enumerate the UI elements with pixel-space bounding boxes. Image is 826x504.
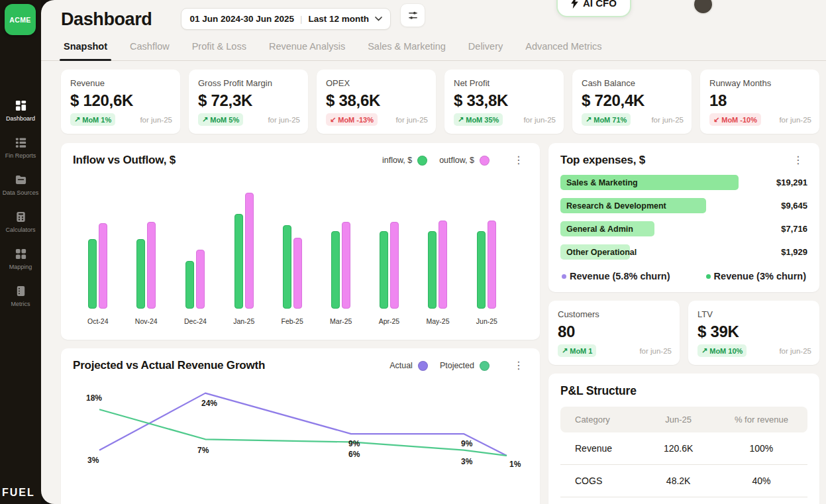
outflow-bar-feb-25 xyxy=(293,238,302,309)
inflow-bar-jan-25 xyxy=(234,214,243,309)
data-label-actual: 9% xyxy=(348,439,360,448)
outflow-bar-dec-24 xyxy=(196,250,205,309)
sidebar-item-metrics[interactable]: Metrics xyxy=(0,285,41,307)
outflow-bar-oct-24 xyxy=(99,223,107,309)
bar-pair xyxy=(234,192,254,309)
tab-sales-marketing[interactable]: Sales & Marketing xyxy=(366,41,447,60)
page-title: Dashboard xyxy=(61,9,152,30)
legend-item-projected: Ptojected xyxy=(440,361,490,371)
expense-bar: Research & Development xyxy=(560,198,706,213)
legend-item-actual: Actual xyxy=(389,361,428,371)
data-label-actual: 9% xyxy=(461,439,472,448)
chevron-down-icon xyxy=(375,17,382,21)
bar-pair xyxy=(428,192,447,309)
inflow-legend-dot xyxy=(417,156,427,166)
kpi-value: $ 38,6K xyxy=(326,91,428,110)
more-options-icon[interactable]: ⋮ xyxy=(509,360,528,372)
kpi-footer: ↗MoM 5%for jun-25 xyxy=(198,113,300,126)
mom-value: MoM 10% xyxy=(709,347,743,355)
x-axis-label: Nov-24 xyxy=(135,317,158,325)
period-label: for jun-25 xyxy=(779,116,811,124)
inflow-bar-mar-25 xyxy=(331,231,340,309)
sidebar-item-calculators[interactable]: Calculators xyxy=(0,211,41,233)
acme-logo[interactable]: ACME xyxy=(5,4,36,35)
kpi-card-customers: Customers80↗MoM 1for jun-25 xyxy=(548,301,680,365)
actual-legend-dot xyxy=(418,361,428,371)
churn-legend-item: Revenue (3% churn) xyxy=(706,271,806,281)
sidebar-item-data-sources[interactable]: Data Sources xyxy=(0,174,41,196)
mom-value: MoM 1 xyxy=(570,347,592,355)
kpi-label: Gross Profit Margin xyxy=(198,78,300,88)
sidebar-item-label: Fin Reports xyxy=(5,152,36,159)
bar-pair xyxy=(185,192,205,309)
arrow-up-right-icon: ↗ xyxy=(562,346,568,355)
mom-badge: ↗MoM 1 xyxy=(558,344,596,357)
more-options-icon[interactable]: ⋮ xyxy=(789,154,807,166)
expense-row-sales-marketing: Sales & Marketing$19,291 xyxy=(560,175,807,190)
tab-advanced-metrics[interactable]: Advanced Metrics xyxy=(524,41,603,60)
inflow-outflow-legend: inflow, $ outflow, $ ⋮ xyxy=(382,154,528,166)
date-range-picker[interactable]: 01 Jun 2024-30 Jun 2025 | Last 12 month xyxy=(181,8,391,30)
outflow-bar-apr-25 xyxy=(390,222,399,309)
bar-group-dec-24: Dec-24 xyxy=(184,192,207,325)
kpi-label: OPEX xyxy=(326,78,428,88)
bar-group-nov-24: Nov-24 xyxy=(135,192,158,325)
bar-group-oct-24: Oct-24 xyxy=(87,192,109,325)
mom-value: MoM -10% xyxy=(721,116,757,124)
content-panel: Dashboard 01 Jun 2024-30 Jun 2025 | Last… xyxy=(41,0,826,504)
kpi-card-runway-months: Runway Months18↙MoM -10%for jun-25 xyxy=(700,70,819,134)
mom-value: MoM 5% xyxy=(210,116,239,124)
sidebar-item-fin-reports[interactable]: Fin Reports xyxy=(0,136,41,159)
ai-cfo-button[interactable]: AI CFO xyxy=(556,0,631,17)
period-label: for jun-25 xyxy=(140,116,172,124)
x-axis-label: Feb-25 xyxy=(282,317,303,325)
bar-pair xyxy=(380,192,399,309)
outflow-legend-label: outflow, $ xyxy=(439,156,474,165)
expense-value: $1,929 xyxy=(781,247,807,257)
x-axis-label: Jun-25 xyxy=(476,317,497,325)
inflow-bar-apr-25 xyxy=(380,231,388,309)
sliders-icon xyxy=(407,10,419,21)
kpi-label: Customers xyxy=(558,309,672,319)
expense-row-research-development: Research & Development$9,645 xyxy=(560,198,807,213)
pnl-card: P&L Structure CategoryJun-25% for revenu… xyxy=(548,374,819,504)
tab-revenue-analysis[interactable]: Revenue Analysis xyxy=(268,41,346,60)
kpi-footer: ↙MoM -10%for jun-25 xyxy=(709,113,811,126)
tab-cashflow[interactable]: Cashflow xyxy=(129,41,171,60)
arrow-up-right-icon: ↗ xyxy=(202,115,208,124)
kpi-label: LTV xyxy=(697,309,811,319)
bar-pair xyxy=(477,192,496,309)
expense-value: $9,645 xyxy=(781,201,807,211)
inflow-bar-jun-25 xyxy=(477,231,486,309)
x-axis-label: May-25 xyxy=(426,317,449,325)
mapping-icon xyxy=(15,248,27,260)
data-label-actual: 3% xyxy=(87,456,99,465)
more-options-icon[interactable]: ⋮ xyxy=(509,154,528,166)
x-axis-label: Apr-25 xyxy=(379,317,400,325)
expense-row-general-admin: General & Admin$7,716 xyxy=(560,221,807,236)
filters-button[interactable] xyxy=(400,3,425,27)
bar-group-apr-25: Apr-25 xyxy=(379,192,400,325)
expense-row-other-operational: Other Operational$1,929 xyxy=(560,244,807,260)
kpi-card-opex: OPEX$ 38,6K↙MoM -13%for jun-25 xyxy=(317,70,436,134)
tab-snapshot[interactable]: Snapshot xyxy=(62,41,109,60)
tab-profit-loss[interactable]: Profit & Loss xyxy=(191,41,248,60)
expense-bar: General & Admin xyxy=(560,221,654,236)
mom-badge: ↗MoM 1% xyxy=(70,113,115,126)
sidebar-item-dashboard[interactable]: Dashboard xyxy=(0,99,41,122)
bar-group-may-25: May-25 xyxy=(426,192,449,325)
pnl-col-header: % for revenue xyxy=(715,415,807,425)
kpi-card-ltv: LTV$ 39K↗MoM 10%for jun-25 xyxy=(688,301,819,365)
tab-delivery[interactable]: Delivery xyxy=(467,41,504,60)
user-avatar[interactable] xyxy=(693,0,713,15)
kpi-row: Revenue$ 120,6K↗MoM 1%for jun-25Gross Pr… xyxy=(61,70,819,134)
pnl-cell: Revenue xyxy=(560,443,641,454)
x-axis-label: Mar-25 xyxy=(330,317,352,325)
x-axis-label: Dec-24 xyxy=(184,317,207,325)
bar-pair xyxy=(283,192,302,309)
kpi-value: $ 72,3K xyxy=(198,91,300,110)
sidebar-item-mapping[interactable]: Mapping xyxy=(0,248,41,270)
right-column: Top expenses, $ ⋮ Sales & Marketing$19,2… xyxy=(548,143,819,504)
growth-chart: 3%24%9%9%1%18%7%6%3% xyxy=(73,387,528,491)
ptojected-line xyxy=(99,409,507,456)
